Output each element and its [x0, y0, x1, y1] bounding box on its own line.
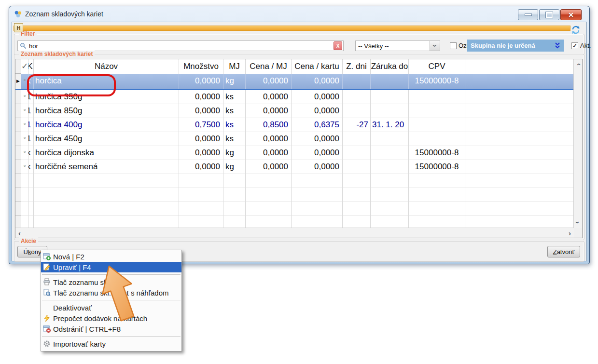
window-client: H Filter X -: [12, 22, 587, 261]
search-icon: [20, 42, 27, 49]
refresh-icon[interactable]: [571, 25, 581, 35]
double-chevron-down-icon[interactable]: [555, 42, 560, 49]
toolbar-bar: [14, 26, 570, 31]
menu-item-importovat[interactable]: Importovať karty: [41, 338, 181, 349]
cell-z-dni: [343, 132, 371, 146]
cell-cena-kart: 0,6375: [292, 118, 343, 132]
delete-icon: [42, 325, 51, 333]
h-toolbar-button[interactable]: H: [14, 23, 23, 32]
type-combobox-value: -- Všetky --: [356, 42, 430, 50]
cell-mnozstvo: 0,7500: [179, 118, 223, 132]
cell-zaruka: [371, 104, 409, 118]
close-button[interactable]: ✕: [560, 9, 582, 20]
actions-group-label: Akcie: [19, 238, 38, 244]
cell-mj: kg: [223, 146, 246, 160]
cell-k: 1: [28, 118, 34, 132]
menu-item-nova[interactable]: Nová | F2: [41, 251, 181, 262]
print-icon: [42, 278, 51, 286]
cell-cpv: [409, 104, 465, 118]
row-selector-cell: [15, 90, 21, 104]
cell-filler: [465, 90, 574, 104]
new-card-icon: [42, 253, 51, 260]
app-window: Zoznam skladových kariet ✕ H Filter: [9, 6, 590, 264]
search-input[interactable]: [29, 42, 334, 50]
header-zaruka[interactable]: Záruka do: [371, 59, 409, 74]
scroll-right-icon[interactable]: ›: [569, 229, 571, 237]
header-filler: [465, 59, 574, 74]
cell-mj: kg: [223, 74, 246, 89]
clear-filter-button[interactable]: X: [334, 41, 342, 50]
menu-separator: [42, 336, 181, 337]
cell-mnozstvo: 0,0000: [179, 90, 223, 104]
cell-mj: ks: [223, 132, 246, 146]
cell-k: k: [28, 160, 34, 174]
ozn-checkbox-box[interactable]: [450, 42, 457, 49]
vertical-scrollbar[interactable]: › ›: [573, 59, 582, 228]
row-selector-cell: [15, 104, 21, 118]
cell-z-dni: [343, 90, 371, 104]
akt-checkbox[interactable]: ✓ Akt.: [571, 42, 591, 49]
cell-k: 1: [28, 104, 34, 118]
akt-checkbox-box[interactable]: ✓: [571, 42, 578, 49]
cell-cena-kart: 0,0000: [292, 146, 343, 160]
table-row[interactable]: ° 1 horčica 450g 0,0000 ks 0,0000 0,0000: [15, 132, 574, 146]
header-mj[interactable]: MJ: [223, 59, 246, 74]
cell-zaruka: [371, 146, 409, 160]
header-cena-kart[interactable]: Cena / kartu: [292, 59, 343, 74]
header-cpv[interactable]: CPV: [409, 59, 465, 74]
cell-mnozstvo: 0,0000: [179, 160, 223, 174]
scroll-left-icon[interactable]: ‹: [18, 229, 21, 237]
empty-row: [15, 174, 574, 188]
scroll-up-icon[interactable]: ›: [574, 63, 582, 66]
pointer-arrow-icon: [90, 263, 143, 324]
title-bar[interactable]: Zoznam skladových kariet: [14, 6, 584, 22]
cell-cpv: [409, 132, 465, 146]
cell-cena-mj: 0,0000: [246, 104, 292, 118]
table-row[interactable]: ° k horčičné semená 0,0000 kg 0,0000 0,0…: [15, 160, 574, 174]
row-selector-cell: ▶: [15, 74, 21, 89]
empty-row: [15, 188, 574, 202]
cell-nazov: horčica 450g: [34, 132, 179, 146]
combobox-dropdown-button[interactable]: ›: [430, 41, 440, 51]
row-selector-cell: [15, 132, 21, 146]
cell-mj: ks: [223, 118, 246, 132]
cell-zaruka: [371, 132, 409, 146]
header-nazov[interactable]: Názov: [34, 59, 179, 74]
cell-zaruka: [371, 74, 409, 89]
type-combobox[interactable]: -- Všetky -- ›: [355, 40, 440, 51]
cell-k: 1: [28, 132, 34, 146]
horizontal-scrollbar[interactable]: ‹ ›: [15, 228, 574, 238]
group-filter-banner-text: Skupina nie je určená: [471, 42, 555, 49]
scroll-down-icon[interactable]: ›: [574, 221, 582, 224]
header-mnozstvo[interactable]: Množstvo: [179, 59, 223, 74]
table-row[interactable]: ° 1 horčica 400g 0,7500 ks 0,8500 0,6375…: [15, 118, 574, 132]
header-selector: [15, 59, 21, 74]
table-row[interactable]: ° 1 horčica 850g 0,0000 ks 0,0000 0,0000: [15, 104, 574, 118]
group-filter-banner[interactable]: Skupina nie je určená: [467, 40, 564, 52]
header-check[interactable]: ✓: [21, 59, 28, 74]
cell-mnozstvo: 0,0000: [179, 74, 223, 89]
minimize-button[interactable]: [518, 9, 538, 20]
cell-cpv: [409, 118, 465, 132]
cell-filler: [465, 132, 574, 146]
cell-cena-kart: 0,0000: [292, 90, 343, 104]
header-k[interactable]: K: [28, 59, 34, 74]
header-z-dni[interactable]: Z. dni: [343, 59, 371, 74]
table-row[interactable]: ° k horčica dijonska 0,0000 kg 0,0000 0,…: [15, 146, 574, 160]
zatvorit-button[interactable]: Zatvoriť: [547, 246, 580, 257]
cell-nazov: horčica dijonska: [34, 146, 179, 160]
cell-zaruka: [371, 160, 409, 174]
scrollbar-corner: [574, 228, 582, 238]
cell-nazov: horčica 400g: [34, 118, 179, 132]
cell-z-dni: [343, 160, 371, 174]
menu-item-odstranit[interactable]: Odstrániť | CTRL+F8: [41, 324, 181, 334]
cell-cena-kart: 0,0000: [292, 160, 343, 174]
status-dot-icon: °: [21, 132, 28, 146]
cell-cena-kart: 0,0000: [292, 104, 343, 118]
lightning-icon: [42, 314, 51, 322]
gear-icon: [42, 340, 51, 348]
row-selector-cell: [15, 118, 21, 132]
maximize-button[interactable]: [539, 9, 559, 20]
header-cena-mj[interactable]: Cena / MJ: [246, 59, 292, 74]
cell-cena-mj: 0,0000: [246, 90, 292, 104]
